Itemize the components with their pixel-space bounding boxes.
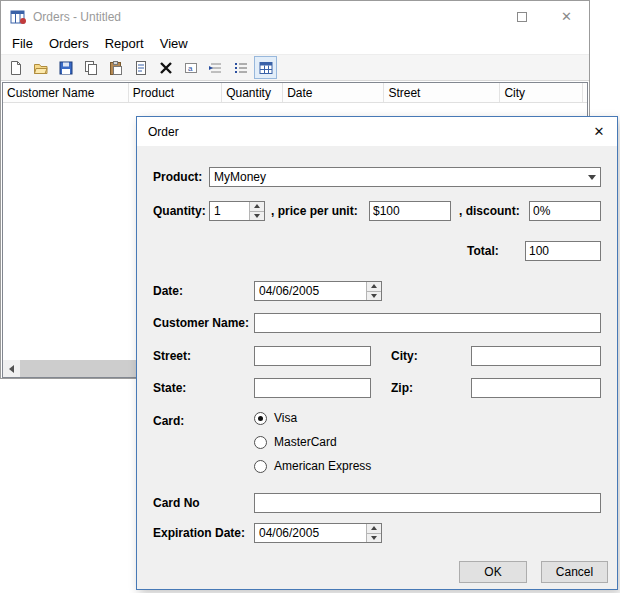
properties-icon (133, 60, 149, 76)
toolbar-field-a-button[interactable]: a (179, 56, 202, 79)
toolbar-record-list-button[interactable] (204, 56, 227, 79)
total-field[interactable] (525, 241, 601, 261)
radio-visa-icon (254, 412, 267, 425)
radio-visa[interactable]: Visa (254, 411, 297, 425)
combo-dropdown-icon[interactable] (583, 168, 600, 186)
street-field[interactable] (254, 346, 371, 366)
open-folder-icon (33, 60, 49, 76)
dialog-title: Order (148, 125, 179, 139)
city-label: City: (391, 349, 418, 363)
toolbar-copy-button[interactable] (79, 56, 102, 79)
copy-icon (83, 60, 99, 76)
total-label: Total: (467, 244, 499, 258)
product-combobox[interactable]: MyMoney (209, 167, 601, 187)
quantity-stepper[interactable]: 1 (209, 201, 265, 221)
street-label: Street: (153, 349, 191, 363)
quantity-down-button[interactable] (250, 211, 264, 221)
card-no-field[interactable] (254, 493, 601, 513)
new-document-icon (8, 60, 24, 76)
toolbar-paste-button[interactable] (104, 56, 127, 79)
price-per-unit-field[interactable] (369, 201, 451, 221)
city-field[interactable] (471, 346, 601, 366)
customer-name-label: Customer Name: (153, 316, 249, 330)
radio-american-express[interactable]: American Express (254, 459, 371, 473)
radio-mastercard[interactable]: MasterCard (254, 435, 337, 449)
field-a-icon: a (183, 60, 199, 76)
toolbar: a (1, 54, 589, 81)
column-customer-name[interactable]: Customer Name (3, 83, 129, 102)
expiration-date-value: 04/06/2005 (255, 524, 366, 542)
discount-field[interactable] (529, 201, 601, 221)
discount-label: , discount: (459, 204, 520, 218)
expiration-date-label: Expiration Date: (153, 526, 245, 540)
card-no-label: Card No (153, 496, 200, 510)
toolbar-properties-button[interactable] (129, 56, 152, 79)
product-value: MyMoney (210, 170, 583, 184)
zip-field[interactable] (471, 378, 601, 398)
column-quantity[interactable]: Quantity (222, 83, 283, 102)
column-product[interactable]: Product (129, 83, 222, 102)
expiration-date-picker[interactable]: 04/06/2005 (254, 523, 382, 543)
toolbar-dotted-list-button[interactable] (229, 56, 252, 79)
toolbar-grid-view-button[interactable] (254, 56, 277, 79)
scroll-left-button[interactable] (3, 360, 20, 377)
radio-american-express-icon (254, 460, 267, 473)
date-label: Date: (153, 284, 183, 298)
date-picker[interactable]: 04/06/2005 (254, 281, 382, 301)
menu-report[interactable]: Report (97, 33, 152, 54)
radio-mastercard-label: MasterCard (274, 435, 337, 449)
menu-orders[interactable]: Orders (41, 33, 97, 54)
menubar: File Orders Report View (1, 32, 589, 54)
product-label: Product: (153, 170, 202, 184)
menu-file[interactable]: File (4, 33, 41, 54)
dialog-body: Product: MyMoney Quantity: 1 , price per… (137, 146, 617, 589)
quantity-up-button[interactable] (250, 202, 264, 211)
radio-visa-label: Visa (274, 411, 297, 425)
quantity-value: 1 (210, 202, 249, 220)
column-date[interactable]: Date (283, 83, 384, 102)
dotted-list-icon (233, 60, 249, 76)
grid-view-icon (258, 60, 274, 76)
record-list-icon (208, 60, 224, 76)
toolbar-save-button[interactable] (54, 56, 77, 79)
column-filler (583, 83, 587, 102)
radio-mastercard-icon (254, 436, 267, 449)
titlebar[interactable]: Orders - Untitled ✕ (1, 1, 589, 32)
dialog-close-button[interactable]: ✕ (581, 118, 617, 146)
state-label: State: (153, 381, 186, 395)
dialog-titlebar[interactable]: Order ✕ (137, 117, 617, 146)
maximize-icon (517, 12, 527, 22)
window-title: Orders - Untitled (33, 10, 121, 24)
menu-view[interactable]: View (152, 33, 196, 54)
column-street[interactable]: Street (384, 83, 500, 102)
card-label: Card: (153, 414, 184, 428)
zip-label: Zip: (391, 381, 413, 395)
toolbar-new-button[interactable] (4, 56, 27, 79)
column-city[interactable]: City (500, 83, 583, 102)
toolbar-delete-button[interactable] (154, 56, 177, 79)
customer-name-field[interactable] (254, 313, 601, 333)
svg-text:a: a (188, 64, 193, 73)
expiration-up-button[interactable] (367, 524, 381, 533)
price-per-unit-label: , price per unit: (271, 204, 358, 218)
scroll-left-icon (9, 365, 14, 373)
date-up-button[interactable] (367, 282, 381, 291)
app-icon (10, 9, 26, 25)
radio-american-express-label: American Express (274, 459, 371, 473)
ok-button[interactable]: OK (459, 561, 527, 583)
close-button[interactable]: ✕ (544, 1, 589, 32)
toolbar-open-button[interactable] (29, 56, 52, 79)
delete-icon (158, 60, 174, 76)
order-dialog: Order ✕ Product: MyMoney Quantity: 1 , p… (136, 116, 618, 590)
date-down-button[interactable] (367, 291, 381, 301)
state-field[interactable] (254, 378, 371, 398)
listview-header: Customer Name Product Quantity Date Stre… (3, 83, 587, 103)
expiration-down-button[interactable] (367, 533, 381, 543)
quantity-label: Quantity: (153, 204, 206, 218)
save-icon (58, 60, 74, 76)
paste-icon (108, 60, 124, 76)
date-value: 04/06/2005 (255, 282, 366, 300)
maximize-button[interactable] (499, 1, 544, 32)
cancel-button[interactable]: Cancel (541, 561, 608, 583)
